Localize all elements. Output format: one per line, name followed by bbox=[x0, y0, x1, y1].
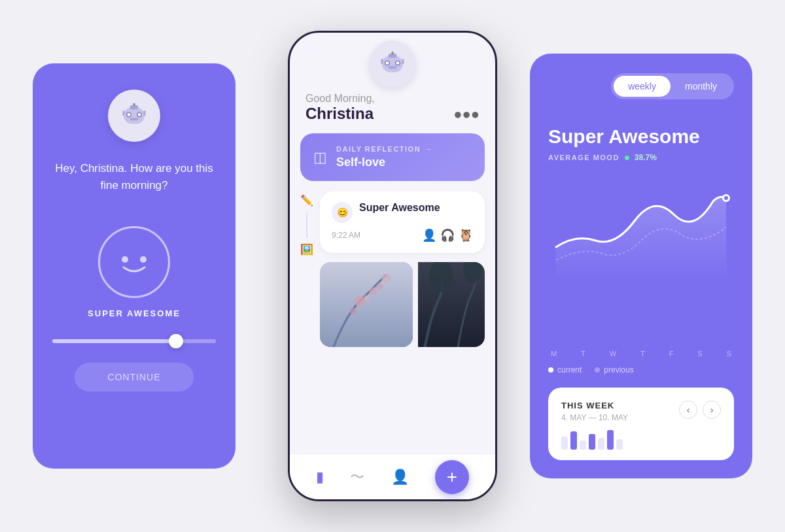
phone-robot-icon bbox=[377, 48, 408, 80]
mood-label: SUPER AWESOME bbox=[88, 308, 181, 318]
daily-reflection-card[interactable]: ◫ DAILY REFLECTION → Self-love bbox=[300, 133, 485, 181]
binoculars-icon: 🦉 bbox=[459, 228, 473, 242]
timeline: ✏️ 🖼️ bbox=[300, 191, 313, 256]
green-dot-icon bbox=[625, 156, 629, 160]
prev-week-button[interactable]: ‹ bbox=[679, 401, 697, 419]
journal-nav-icon[interactable]: ▮ bbox=[316, 469, 324, 486]
photo-left bbox=[320, 262, 413, 347]
weekly-toggle[interactable]: weekly bbox=[614, 76, 671, 97]
bar-6 bbox=[607, 430, 614, 450]
bar-1 bbox=[561, 437, 568, 450]
toggle-area: weekly monthly bbox=[548, 73, 734, 118]
bar-4 bbox=[589, 434, 595, 450]
svg-point-6 bbox=[138, 113, 141, 116]
previous-label: previous bbox=[604, 365, 633, 374]
svg-rect-8 bbox=[122, 110, 124, 116]
day-m: M bbox=[551, 350, 557, 357]
next-week-button[interactable]: › bbox=[703, 401, 721, 419]
svg-rect-9 bbox=[143, 110, 145, 116]
day-s1: S bbox=[697, 350, 702, 357]
period-toggle: weekly monthly bbox=[611, 73, 734, 99]
avg-mood-value: 38.7% bbox=[635, 153, 657, 162]
reflection-content: DAILY REFLECTION → Self-love bbox=[336, 145, 433, 169]
svg-point-18 bbox=[396, 61, 400, 65]
entry-header: 😊 Super Awesome bbox=[332, 202, 473, 223]
bar-2 bbox=[570, 431, 577, 450]
headphones-icon: 🎧 bbox=[440, 228, 455, 242]
phone-avatar bbox=[369, 41, 416, 88]
legend-current: current bbox=[548, 365, 582, 374]
svg-point-23 bbox=[355, 296, 365, 307]
day-s2: S bbox=[727, 350, 731, 357]
reflection-icon: ◫ bbox=[313, 149, 327, 166]
phone-bottom-nav: ▮ 〜 👤 + bbox=[290, 454, 495, 499]
center-phone: Good Morning, Christina ●●● ◫ DAILY REFL… bbox=[288, 31, 497, 501]
branch-svg bbox=[320, 262, 413, 347]
monthly-toggle[interactable]: monthly bbox=[671, 76, 731, 97]
phone-greeting: Good Morning, bbox=[305, 93, 375, 105]
mood-face-icon bbox=[113, 249, 155, 275]
svg-rect-22 bbox=[320, 262, 413, 347]
journal-content: 😊 Super Awesome 9:22 AM 👤 🎧 🦉 bbox=[320, 191, 485, 347]
this-week-header: THIS WEEK 4. MAY — 10. MAY ‹ › bbox=[561, 401, 721, 430]
bar-7 bbox=[616, 439, 623, 450]
svg-rect-19 bbox=[389, 66, 397, 69]
week-nav: ‹ › bbox=[679, 401, 721, 419]
legend-previous: previous bbox=[595, 365, 633, 374]
phone-notch bbox=[290, 33, 495, 88]
svg-point-11 bbox=[140, 256, 147, 263]
activity-nav-icon[interactable]: 〜 bbox=[350, 467, 364, 487]
svg-rect-14 bbox=[391, 52, 393, 55]
svg-point-25 bbox=[382, 273, 391, 282]
mood-chart bbox=[548, 175, 734, 339]
svg-rect-7 bbox=[130, 118, 139, 120]
bar-5 bbox=[598, 438, 604, 450]
previous-dot-icon bbox=[595, 367, 600, 373]
slider-thumb bbox=[169, 334, 183, 348]
chart-svg bbox=[548, 175, 734, 280]
svg-point-24 bbox=[369, 288, 377, 295]
person-icon: 👤 bbox=[422, 228, 436, 242]
add-button[interactable]: + bbox=[435, 460, 469, 494]
photo-branches bbox=[320, 262, 413, 347]
search-icon[interactable]: ●●● bbox=[453, 106, 480, 123]
timeline-line bbox=[306, 212, 307, 238]
this-week-dates: 4. MAY — 10. MAY bbox=[561, 413, 628, 422]
svg-rect-21 bbox=[402, 59, 404, 64]
image-icon: 🖼️ bbox=[300, 243, 313, 256]
profile-nav-icon[interactable]: 👤 bbox=[391, 469, 409, 486]
continue-button[interactable]: CONTINUE bbox=[75, 363, 193, 391]
week-bar-chart bbox=[561, 430, 721, 450]
current-dot-icon bbox=[548, 367, 553, 373]
mood-title: Super Awesome bbox=[548, 125, 734, 148]
entry-footer: 9:22 AM 👤 🎧 🦉 bbox=[332, 228, 473, 242]
phone-header: Good Morning, Christina ●●● bbox=[290, 93, 495, 133]
edit-icon: ✏️ bbox=[300, 194, 313, 207]
day-w: W bbox=[610, 350, 616, 357]
chart-legend: current previous bbox=[548, 365, 734, 374]
entry-mood-circle: 😊 bbox=[332, 202, 353, 223]
photo-right bbox=[418, 262, 485, 347]
svg-point-33 bbox=[724, 196, 728, 200]
svg-point-26 bbox=[350, 308, 357, 314]
reflection-label: DAILY REFLECTION → bbox=[336, 145, 433, 153]
svg-point-28 bbox=[376, 283, 383, 290]
photo-grid bbox=[320, 262, 485, 347]
robot-avatar-icon bbox=[118, 100, 150, 131]
arrow-icon: → bbox=[425, 145, 433, 153]
journal-timeline-row: ✏️ 🖼️ 😊 Super Awesome 9:22 AM 👤 bbox=[300, 191, 485, 347]
mood-slider[interactable] bbox=[52, 339, 216, 343]
journal-entry[interactable]: 😊 Super Awesome 9:22 AM 👤 🎧 🦉 bbox=[320, 191, 485, 253]
right-card: weekly monthly Super Awesome AVERAGE MOO… bbox=[530, 54, 752, 478]
day-t1: T bbox=[581, 350, 585, 357]
avatar bbox=[108, 90, 160, 142]
entry-activity-icons: 👤 🎧 🦉 bbox=[422, 228, 473, 242]
this-week-card: THIS WEEK 4. MAY — 10. MAY ‹ › bbox=[548, 388, 734, 460]
phone-scrollable: ✏️ 🖼️ 😊 Super Awesome 9:22 AM 👤 bbox=[290, 191, 495, 454]
this-week-info: THIS WEEK 4. MAY — 10. MAY bbox=[561, 401, 628, 430]
this-week-title: THIS WEEK bbox=[561, 401, 628, 410]
current-label: current bbox=[557, 365, 582, 374]
svg-rect-2 bbox=[133, 103, 135, 107]
phone-name: Christina bbox=[305, 105, 375, 123]
entry-time: 9:22 AM bbox=[332, 231, 360, 240]
